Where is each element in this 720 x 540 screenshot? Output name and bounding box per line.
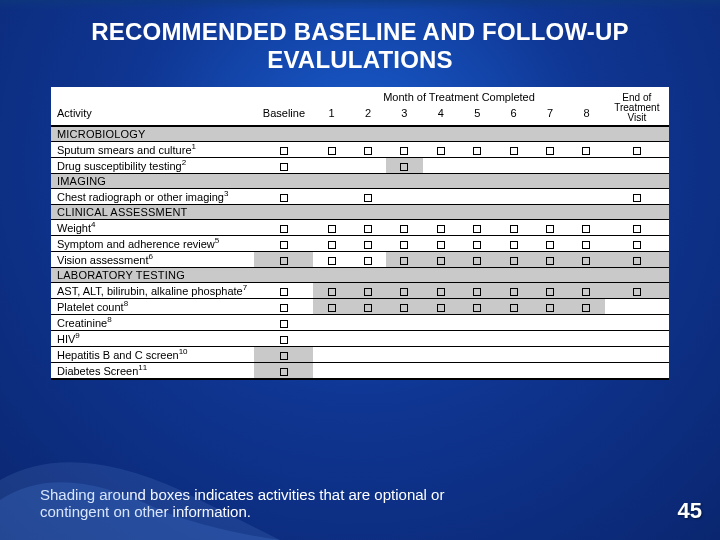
cell-month-4	[423, 142, 459, 158]
cell-baseline	[254, 252, 313, 268]
cell-month-6	[495, 236, 531, 252]
checkbox-icon	[437, 147, 445, 155]
checkbox-icon	[633, 194, 641, 202]
cell-month-8	[568, 347, 604, 363]
column-m3: 3	[386, 103, 422, 126]
cell-month-4	[423, 315, 459, 331]
checkbox-icon	[328, 225, 336, 233]
cell-month-5	[459, 331, 495, 347]
activity-label: Weight4	[51, 220, 254, 236]
table-body: MICROBIOLOGYSputum smears and culture1Dr…	[51, 126, 669, 379]
table-row: Creatinine8	[51, 315, 669, 331]
cell-end	[605, 142, 669, 158]
cell-end	[605, 236, 669, 252]
activity-label: Symptom and adherence review5	[51, 236, 254, 252]
checkbox-icon	[546, 147, 554, 155]
cell-month-4	[423, 189, 459, 205]
table-row: AST, ALT, bilirubin, alkaline phosphate7	[51, 283, 669, 299]
cell-month-2	[350, 236, 386, 252]
cell-month-1	[313, 220, 349, 236]
cell-month-3	[386, 363, 422, 380]
table-row: Weight4	[51, 220, 669, 236]
activity-label: HIV9	[51, 331, 254, 347]
cell-month-5	[459, 363, 495, 380]
cell-month-7	[532, 252, 568, 268]
checkbox-icon	[437, 304, 445, 312]
cell-month-2	[350, 331, 386, 347]
cell-baseline	[254, 363, 313, 380]
cell-month-1	[313, 158, 349, 174]
checkbox-icon	[582, 147, 590, 155]
checkbox-icon	[473, 241, 481, 249]
cell-month-7	[532, 189, 568, 205]
cell-baseline	[254, 158, 313, 174]
cell-month-3	[386, 299, 422, 315]
checkbox-icon	[280, 288, 288, 296]
checkbox-icon	[633, 147, 641, 155]
cell-month-8	[568, 142, 604, 158]
checkbox-icon	[280, 147, 288, 155]
checkbox-icon	[280, 225, 288, 233]
cell-end	[605, 158, 669, 174]
cell-month-4	[423, 158, 459, 174]
cell-month-8	[568, 283, 604, 299]
cell-month-6	[495, 347, 531, 363]
cell-month-2	[350, 363, 386, 380]
column-month-span: Month of Treatment Completed	[313, 87, 604, 103]
checkbox-icon	[437, 257, 445, 265]
checkbox-icon	[400, 163, 408, 171]
cell-month-8	[568, 220, 604, 236]
cell-month-8	[568, 189, 604, 205]
cell-end	[605, 283, 669, 299]
cell-month-2	[350, 189, 386, 205]
checkbox-icon	[364, 257, 372, 265]
checkbox-icon	[633, 257, 641, 265]
checkbox-icon	[364, 147, 372, 155]
cell-month-2	[350, 252, 386, 268]
cell-month-4	[423, 252, 459, 268]
checkbox-icon	[280, 304, 288, 312]
checkbox-icon	[400, 288, 408, 296]
checkbox-icon	[582, 288, 590, 296]
column-m5: 5	[459, 103, 495, 126]
checkbox-icon	[280, 257, 288, 265]
section-header: IMAGING	[51, 174, 669, 189]
cell-month-5	[459, 252, 495, 268]
cell-month-7	[532, 158, 568, 174]
table-row: Chest radiograph or other imaging3	[51, 189, 669, 205]
column-end-3: Visit	[627, 112, 646, 123]
table-row: Vision assessment6	[51, 252, 669, 268]
checkbox-icon	[510, 257, 518, 265]
cell-month-6	[495, 220, 531, 236]
cell-month-5	[459, 347, 495, 363]
cell-month-7	[532, 347, 568, 363]
cell-month-3	[386, 142, 422, 158]
cell-month-2	[350, 283, 386, 299]
checkbox-icon	[280, 163, 288, 171]
checkbox-icon	[437, 288, 445, 296]
cell-month-6	[495, 363, 531, 380]
checkbox-icon	[582, 241, 590, 249]
cell-month-1	[313, 236, 349, 252]
activity-label: Diabetes Screen11	[51, 363, 254, 380]
checkbox-icon	[328, 147, 336, 155]
checkbox-icon	[633, 241, 641, 249]
cell-end	[605, 189, 669, 205]
checkbox-icon	[546, 241, 554, 249]
cell-month-4	[423, 220, 459, 236]
activity-label: Creatinine8	[51, 315, 254, 331]
checkbox-icon	[473, 257, 481, 265]
checkbox-icon	[437, 225, 445, 233]
table-row: Hepatitis B and C screen10	[51, 347, 669, 363]
checkbox-icon	[364, 194, 372, 202]
column-activity: Activity	[51, 103, 254, 126]
cell-baseline	[254, 347, 313, 363]
cell-month-8	[568, 158, 604, 174]
caption: Shading around boxes indicates activitie…	[40, 486, 500, 521]
cell-end	[605, 220, 669, 236]
cell-baseline	[254, 299, 313, 315]
cell-month-5	[459, 236, 495, 252]
cell-month-7	[532, 142, 568, 158]
cell-month-6	[495, 283, 531, 299]
checkbox-icon	[546, 304, 554, 312]
